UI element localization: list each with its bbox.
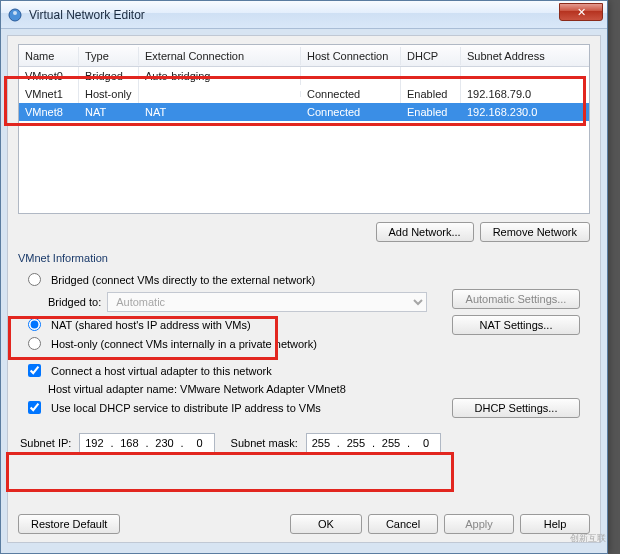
titlebar: Virtual Network Editor ✕ (1, 1, 607, 29)
use-dhcp-row: Use local DHCP service to distribute IP … (18, 398, 590, 417)
dhcp-settings-button[interactable]: DHCP Settings... (452, 398, 580, 418)
subnet-mask-field[interactable]: . . . (306, 433, 441, 453)
close-icon: ✕ (577, 6, 586, 19)
use-dhcp-checkbox[interactable] (28, 401, 41, 414)
subnet-mask-octet-1[interactable] (307, 437, 335, 449)
table-row[interactable]: VMnet0 Bridged Auto-bridging - - - (19, 67, 589, 85)
nat-radio-row: NAT (shared host's IP address with VMs) … (18, 315, 590, 334)
restore-default-button[interactable]: Restore Default (18, 514, 120, 534)
col-type[interactable]: Type (79, 47, 139, 65)
adapter-name-label: Host virtual adapter name: VMware Networ… (48, 383, 346, 395)
table-header: Name Type External Connection Host Conne… (19, 45, 589, 67)
hostonly-radio[interactable] (28, 337, 41, 350)
connect-adapter-row: Connect a host virtual adapter to this n… (18, 361, 590, 380)
subnet-ip-octet-2[interactable] (115, 437, 143, 449)
col-host[interactable]: Host Connection (301, 47, 401, 65)
highlight-box (6, 452, 454, 492)
content-area: Name Type External Connection Host Conne… (7, 35, 601, 543)
nat-settings-button[interactable]: NAT Settings... (452, 315, 580, 335)
subnet-ip-octet-3[interactable] (151, 437, 179, 449)
table-row-selected[interactable]: VMnet8 NAT NAT Connected Enabled 192.168… (19, 103, 589, 121)
bridged-radio[interactable] (28, 273, 41, 286)
vmnet-info-label: VMnet Information (18, 252, 590, 264)
bridged-to-label: Bridged to: (48, 296, 101, 308)
subnet-row: Subnet IP: . . . Subnet mask: . . . (18, 427, 590, 455)
add-network-button[interactable]: Add Network... (376, 222, 474, 242)
table-row[interactable]: VMnet1 Host-only Connected Enabled 192.1… (19, 85, 589, 103)
svg-point-1 (13, 11, 17, 15)
hostonly-radio-row: Host-only (connect VMs internally in a p… (18, 334, 590, 353)
nat-radio[interactable] (28, 318, 41, 331)
bridged-label: Bridged (connect VMs directly to the ext… (51, 274, 315, 286)
app-icon (7, 7, 23, 23)
adapter-name-row: Host virtual adapter name: VMware Networ… (18, 380, 590, 398)
network-table[interactable]: Name Type External Connection Host Conne… (18, 44, 590, 214)
automatic-settings-button[interactable]: Automatic Settings... (452, 289, 580, 309)
close-button[interactable]: ✕ (559, 3, 603, 21)
bridged-to-select[interactable]: Automatic (107, 292, 427, 312)
cancel-button[interactable]: Cancel (368, 514, 438, 534)
apply-button[interactable]: Apply (444, 514, 514, 534)
connect-adapter-checkbox[interactable] (28, 364, 41, 377)
col-subnet[interactable]: Subnet Address (461, 47, 579, 65)
window: Virtual Network Editor ✕ Name Type Exter… (0, 0, 608, 554)
subnet-mask-octet-2[interactable] (342, 437, 370, 449)
bridged-to-row: Bridged to: Automatic Automatic Settings… (18, 289, 590, 315)
footer-buttons: Restore Default OK Cancel Apply Help (18, 514, 590, 534)
help-button[interactable]: Help (520, 514, 590, 534)
window-title: Virtual Network Editor (29, 8, 145, 22)
ok-button[interactable]: OK (290, 514, 362, 534)
subnet-mask-octet-3[interactable] (377, 437, 405, 449)
col-name[interactable]: Name (19, 47, 79, 65)
subnet-mask-label: Subnet mask: (231, 437, 298, 449)
bridged-radio-row: Bridged (connect VMs directly to the ext… (18, 270, 590, 289)
subnet-mask-octet-4[interactable] (412, 437, 440, 449)
use-dhcp-label: Use local DHCP service to distribute IP … (51, 402, 321, 414)
subnet-ip-label: Subnet IP: (20, 437, 71, 449)
subnet-ip-field[interactable]: . . . (79, 433, 214, 453)
connect-adapter-label: Connect a host virtual adapter to this n… (51, 365, 272, 377)
col-dhcp[interactable]: DHCP (401, 47, 461, 65)
remove-network-button[interactable]: Remove Network (480, 222, 590, 242)
hostonly-label: Host-only (connect VMs internally in a p… (51, 338, 317, 350)
nat-label: NAT (shared host's IP address with VMs) (51, 319, 251, 331)
table-buttons: Add Network... Remove Network (18, 222, 590, 242)
col-ext[interactable]: External Connection (139, 47, 301, 65)
subnet-ip-octet-4[interactable] (186, 437, 214, 449)
subnet-ip-octet-1[interactable] (80, 437, 108, 449)
